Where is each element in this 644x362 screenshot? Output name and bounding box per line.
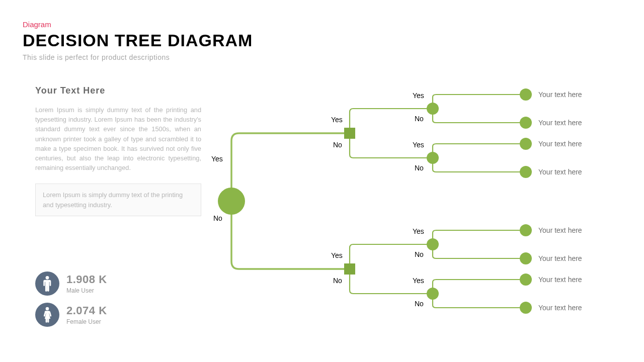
label-l3-1-yes: Yes [413,92,424,100]
svg-point-6 [427,152,439,164]
stat-female: 2.074 K Female User [35,303,107,327]
leaf-3: Your text here [538,140,582,148]
sidebar-heading: Your Text Here [35,85,201,96]
svg-point-11 [520,138,532,150]
svg-point-0 [46,276,49,280]
category-badge: Diagram [23,20,621,29]
label-root-yes: Yes [211,155,223,163]
svg-point-7 [427,238,439,250]
female-icon [35,303,59,327]
leaf-4: Your text here [538,168,582,176]
label-l3-2-yes: Yes [413,141,424,149]
svg-point-8 [427,288,439,300]
svg-rect-3 [344,128,355,139]
leaf-2: Your text here [538,119,582,127]
label-l3-4-yes: Yes [413,277,424,285]
label-l3-1-no: No [415,115,424,123]
label-l3-4-no: No [415,300,424,308]
svg-point-2 [218,188,245,215]
label-l3-3-yes: Yes [413,227,424,235]
leaf-8: Your text here [538,304,582,312]
decision-tree: Yes No Yes No Yes No Yes No Yes No Yes N… [201,80,639,352]
stat-male: 1.908 K Male User [35,272,107,296]
label-l2a-no: No [333,141,342,149]
stat-female-value: 2.074 K [66,304,107,317]
svg-point-13 [520,224,532,236]
page-subtitle: This slide is perfect for product descri… [23,53,621,61]
svg-point-1 [46,307,49,311]
label-l3-2-no: No [415,164,424,172]
svg-point-14 [520,252,532,264]
svg-point-5 [427,103,439,115]
stat-male-label: Male User [66,287,107,294]
leaf-7: Your text here [538,276,582,284]
stat-male-value: 1.908 K [66,273,107,286]
leaf-5: Your text here [538,226,582,234]
label-l2a-yes: Yes [331,116,343,124]
svg-point-15 [520,274,532,286]
page-title: DECISION TREE DIAGRAM [23,31,621,50]
male-icon [35,272,59,296]
label-l3-3-no: No [415,250,424,258]
sidebar-callout: Lorem Ipsum is simply dummy text of the … [35,184,201,216]
label-root-no: No [213,214,222,222]
svg-point-16 [520,302,532,314]
label-l2b-no: No [333,277,342,285]
stat-female-label: Female User [66,318,107,325]
svg-point-9 [520,88,532,101]
svg-point-10 [520,117,532,129]
leaf-6: Your text here [538,254,582,262]
svg-rect-4 [344,263,355,275]
label-l2b-yes: Yes [331,251,343,259]
svg-point-12 [520,166,532,178]
leaf-1: Your text here [538,90,582,99]
sidebar-body: Lorem Ipsum is simply dummy text of the … [35,105,201,172]
